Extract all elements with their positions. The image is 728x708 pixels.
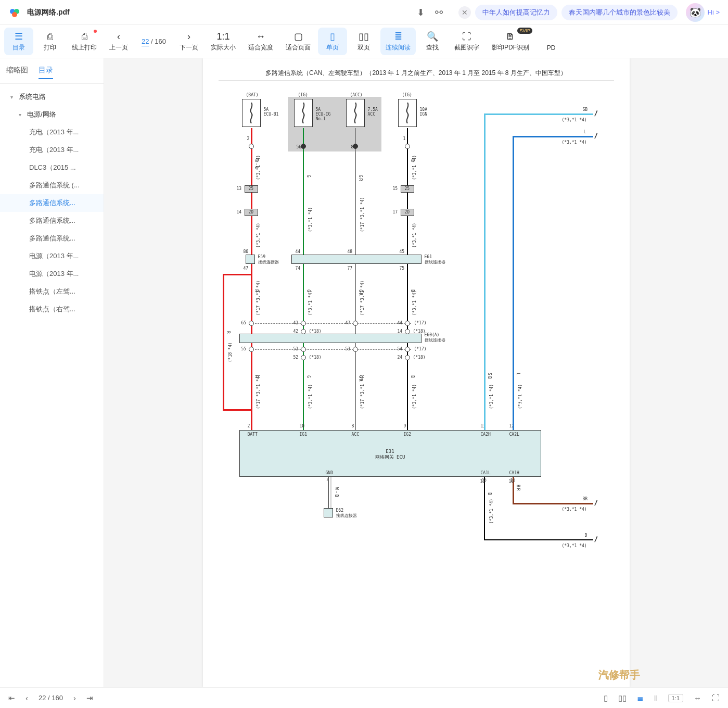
tool-actual[interactable]: 1:1实际大小 (206, 28, 241, 55)
fuse-box (242, 99, 261, 127)
tree-label: 电源（2013 年... (29, 251, 79, 261)
double-icon: ▯▯ (359, 31, 369, 42)
e59-connector (246, 255, 255, 264)
tool-double[interactable]: ▯▯双页 (349, 28, 378, 55)
title-bar: 电源网络.pdf ⬇ ⚯ ✕ 中年人如何提高记忆力 春天国内哪几个城市的景色比较… (0, 0, 728, 25)
badge-dot-icon (94, 30, 97, 33)
sidebar-tab[interactable]: 目录 (39, 62, 53, 79)
tool-single[interactable]: ▯单页 (318, 28, 347, 55)
pdf-page: 多路通信系统（CAN、左驾驶车型）（2013 年 1 月之前生产、2013 年 … (203, 58, 630, 687)
svg-point-2 (12, 12, 17, 17)
tool-label: 连续阅读 (386, 43, 411, 52)
wire-red-h2 (223, 409, 252, 411)
tool-next[interactable]: ›下一页 (174, 28, 203, 55)
tool-pdf_more[interactable]: PD (537, 29, 566, 55)
tool-label: 线上打印 (72, 43, 97, 52)
first-page-icon[interactable]: ⇤ (8, 693, 15, 703)
tree-item[interactable]: ▾系统电路 (0, 88, 104, 106)
tree-item[interactable]: 搭铁点（右驾... (0, 300, 104, 318)
tool-online_print[interactable]: ⎙线上打印 (67, 28, 102, 55)
online_print-icon: ⎙ (82, 31, 87, 42)
wire-gnd (328, 477, 329, 508)
tool-label: 双页 (357, 43, 370, 52)
tree-item[interactable]: 搭铁点（左驾... (0, 283, 104, 300)
tree-label: 充电（2013 年... (29, 128, 79, 137)
tool-label: 单页 (326, 43, 339, 52)
zoom-ratio[interactable]: 1:1 (668, 694, 683, 702)
download-icon[interactable]: ⬇ (417, 7, 425, 18)
close-suggestions-icon[interactable]: ✕ (458, 6, 471, 19)
view-single-icon[interactable]: ▯ (604, 693, 608, 703)
tool-print[interactable]: ⎙打印 (35, 28, 65, 55)
tree-item[interactable]: 充电（2013 年... (0, 123, 104, 141)
fit-page-icon[interactable]: ⛶ (712, 693, 720, 702)
view-cont-icon[interactable]: ≣ (637, 693, 644, 703)
wire-bat (251, 128, 252, 430)
tool-label: 上一页 (109, 43, 128, 52)
tool-search[interactable]: 🔍查找 (418, 28, 447, 55)
suggestion-pill-1[interactable]: 中年人如何提高记忆力 (475, 5, 557, 20)
next-page-icon[interactable]: › (73, 693, 76, 702)
page-title: 多路通信系统（CAN、左驾驶车型）（2013 年 1 月之前生产、2013 年 … (219, 69, 614, 81)
tree-item[interactable]: ▾电源/网络 (0, 106, 104, 123)
tree-item[interactable]: 多路通信系统... (0, 230, 104, 247)
print-icon: ⎙ (47, 31, 53, 42)
fuse-box (398, 99, 417, 127)
tree-item[interactable]: 多路通信系统 (... (0, 176, 104, 194)
wire-red-h (223, 274, 252, 275)
tree-item[interactable]: 多路通信系统... (0, 194, 104, 212)
tool-toc[interactable]: ☰目录 (4, 28, 33, 55)
view-double-icon[interactable]: ▯▯ (618, 693, 627, 703)
avatar-icon[interactable]: 🐼 (686, 3, 705, 22)
hi-badge[interactable]: Hi > (708, 8, 720, 16)
share-icon[interactable]: ⚯ (435, 7, 443, 18)
tool-prev[interactable]: ‹上一页 (104, 28, 133, 55)
chevron-down-icon: ▾ (10, 94, 16, 100)
fit_width-icon: ↔ (256, 31, 265, 42)
next-icon: › (187, 31, 190, 42)
tool-fit_width[interactable]: ↔适合宽度 (243, 28, 278, 55)
tree-label: 多路通信系统... (29, 216, 75, 225)
e61-label: E61 接线连接器 (425, 255, 445, 265)
tool-fit_page[interactable]: ▢适合页面 (280, 28, 316, 55)
tree-item[interactable]: DLC3（2015 ... (0, 159, 104, 176)
view-book-icon[interactable]: ⫴ (654, 693, 658, 703)
tree-item[interactable]: 多路通信系统... (0, 212, 104, 230)
single-icon: ▯ (330, 31, 335, 42)
tool-label: 下一页 (180, 43, 198, 52)
wire-acc (355, 128, 356, 430)
tool-continuous[interactable]: ≣连续阅读 (380, 28, 416, 55)
e60-connector (239, 334, 422, 343)
pin-label: 2 (247, 136, 250, 141)
main-toolbar: ☰目录⎙打印⎙线上打印‹上一页22 / 160›下一页1:1实际大小↔适合宽度▢… (0, 25, 728, 58)
wire-note: (*3,*1 *4) (256, 223, 261, 248)
pin-label: 1 (403, 136, 406, 141)
suggestion-pill-2[interactable]: 春天国内哪几个城市的景色比较美 (561, 5, 678, 20)
wire-color-label: G (306, 175, 311, 179)
dashed-line (250, 349, 411, 350)
document-viewport[interactable]: 多路通信系统（CAN、左驾驶车型）（2013 年 1 月之前生产、2013 年 … (104, 58, 728, 687)
tool-label: 查找 (426, 43, 439, 52)
tool-ocr_crop[interactable]: ⛶截图识字 (449, 28, 484, 55)
prev-page-icon[interactable]: ‹ (25, 693, 28, 702)
wire-ig1 (303, 128, 304, 430)
fit-width-icon[interactable]: ↔ (694, 693, 701, 702)
sidebar-tab[interactable]: 缩略图 (6, 62, 28, 79)
tree-item[interactable]: 电源（2013 年... (0, 265, 104, 283)
tree-item[interactable]: 充电（2013 年... (0, 141, 104, 159)
status-bar: ⇤ ‹ 22 / 160 › ⇥ ▯ ▯▯ ≣ ⫴ 1:1 ↔ ⛶ (0, 687, 728, 708)
fuse-box (294, 99, 313, 127)
wire-note: (*3,*1 *4) (256, 155, 261, 180)
last-page-icon[interactable]: ⇥ (86, 693, 93, 703)
wire-br-out (513, 503, 593, 504)
tree-label: 多路通信系统 (... (29, 181, 80, 190)
app-logo-icon (8, 6, 21, 19)
tool-pdf_ocr[interactable]: 🗎影印PDF识别SVIP (487, 28, 534, 55)
file-name: 电源网络.pdf (27, 8, 70, 17)
tool-label: 截图识字 (454, 43, 479, 52)
outline-tree: ▾系统电路▾电源/网络充电（2013 年...充电（2013 年...DLC3（… (0, 84, 104, 322)
tree-label: 充电（2013 年... (29, 145, 79, 155)
tree-label: 多路通信系统... (29, 198, 75, 208)
tree-item[interactable]: 电源（2013 年... (0, 247, 104, 265)
prev-icon: ‹ (117, 31, 120, 42)
